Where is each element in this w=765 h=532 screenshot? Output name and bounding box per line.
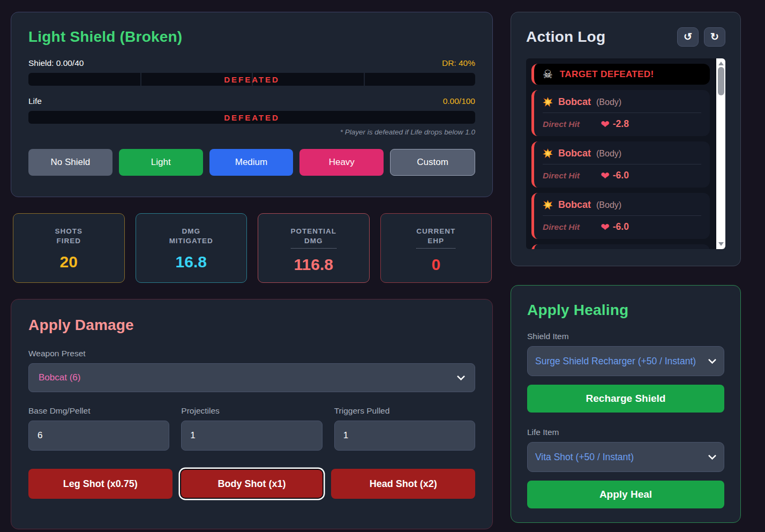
shield-item-value: Surge Shield Recharger (+50 / Instant) [535, 356, 696, 367]
life-label: Life [28, 96, 42, 106]
chevron-down-icon [457, 372, 466, 381]
life-item-select[interactable]: Vita Shot (+50 / Instant) [527, 442, 724, 472]
damage-buttons-row: Leg Shot (x0.75)Body Shot (x1)Head Shot … [28, 469, 475, 499]
action-log-scrollbar[interactable] [716, 58, 725, 249]
stat-label: CURRENTEHP [416, 227, 455, 249]
shield-preset-light-button[interactable]: Light [119, 149, 203, 176]
stat-card-shots-fired: SHOTSFIRED20 [13, 213, 125, 283]
life-bar: DEFEATED [28, 111, 475, 124]
damage-amount: -6.0 [613, 170, 629, 181]
shield-bar-status-text: DEFEATED [28, 73, 475, 86]
hit-location: (Body) [596, 149, 621, 159]
hit-location: (Body) [596, 98, 621, 107]
damage-field-label: Base Dmg/Pellet [28, 406, 169, 416]
weapon-name: Bobcat [558, 148, 591, 159]
weapon-preset-select[interactable]: Bobcat (6) [28, 363, 475, 392]
defeat-text: TARGET DEFEATED! [560, 69, 654, 80]
explosion-icon [543, 97, 553, 107]
life-item-label: Life Item [527, 428, 724, 437]
explosion-icon [543, 200, 553, 210]
log-entry-header: Bobcat(Body) [543, 199, 701, 211]
explosion-icon [543, 148, 553, 159]
scrollbar-thumb[interactable] [718, 67, 724, 95]
shield-status-panel: Light Shield (Broken) Shield: 0.00/40 DR… [11, 12, 493, 197]
life-item-value: Vita Shot (+50 / Instant) [535, 452, 634, 463]
hit-location: (Body) [596, 200, 621, 210]
shield-preset-row: No ShieldLightMediumHeavyCustom [28, 149, 475, 176]
stat-label: SHOTSFIRED [55, 227, 82, 246]
action-log-list: ☠TARGET DEFEATED!Bobcat(Body)Direct Hit❤… [526, 58, 725, 249]
log-entry-header: Bobcat(Body) [543, 148, 701, 159]
log-entry-hit: Bobcat(Body)Direct Hit❤-2.8 [531, 90, 710, 136]
weapon-name: Bobcat [558, 199, 591, 211]
damage-field-label: Triggers Pulled [334, 406, 475, 416]
head-shot-button[interactable]: Head Shot (x2) [331, 469, 475, 499]
stats-row: SHOTSFIRED20DMGMITIGATED16.8POTENTIALDMG… [13, 213, 492, 283]
stat-card-potential-dmg: POTENTIALDMG116.8 [258, 213, 370, 283]
body-shot-button[interactable]: Body Shot (x1) [180, 469, 324, 499]
apply-heal-button[interactable]: Apply Heal [527, 481, 724, 508]
stat-card-dmg-mitigated: DMGMITIGATED16.8 [136, 213, 248, 283]
stat-value: 116.8 [294, 256, 333, 274]
projectiles-input[interactable] [181, 421, 322, 451]
heart-icon: ❤ [601, 119, 610, 130]
stat-label: POTENTIALDMG [291, 227, 337, 249]
recharge-shield-button[interactable]: Recharge Shield [527, 385, 724, 413]
stat-label: DMGMITIGATED [169, 227, 213, 246]
log-entries: ☠TARGET DEFEATED!Bobcat(Body)Direct Hit❤… [531, 64, 710, 249]
shield-preset-medium-button[interactable]: Medium [209, 149, 294, 176]
stat-value: 20 [60, 253, 78, 271]
apply-healing-title: Apply Healing [527, 302, 724, 319]
stat-value: 16.8 [176, 253, 207, 271]
entry-divider [543, 215, 701, 216]
heart-icon: ❤ [601, 170, 610, 181]
log-entry-body: Direct Hit❤-6.0 [543, 170, 701, 181]
entry-divider [543, 164, 701, 164]
redo-button[interactable]: ↻ [704, 27, 725, 47]
shield-preset-no-shield-button[interactable]: No Shield [28, 149, 112, 176]
apply-damage-panel: Apply Damage Weapon Preset Bobcat (6) Ba… [11, 299, 493, 529]
shield-value-label: Shield: 0.00/40 [28, 58, 84, 68]
damage-field: Triggers Pulled [334, 406, 475, 451]
damage-amount: -6.0 [613, 221, 629, 233]
damage-field: Projectiles [181, 406, 322, 451]
apply-healing-panel: Apply Healing Shield Item Surge Shield R… [511, 285, 741, 523]
skull-icon: ☠ [543, 69, 553, 80]
life-bar-status-text: DEFEATED [28, 111, 475, 124]
shield-panel-title: Light Shield (Broken) [28, 28, 475, 46]
heart-icon: ❤ [601, 222, 610, 233]
defeat-footnote: * Player is defeated if Life drops below… [28, 128, 475, 136]
hit-type-label: Direct Hit [543, 119, 601, 129]
leg-shot-button[interactable]: Leg Shot (x0.75) [28, 469, 172, 499]
log-entry-hit: Bobcat(Body) [531, 244, 710, 249]
damage-reduction-label: DR: 40% [442, 58, 475, 68]
shield-preset-custom-button[interactable]: Custom [390, 149, 475, 176]
undo-button[interactable]: ↺ [677, 27, 699, 47]
weapon-preset-label: Weapon Preset [28, 349, 475, 358]
undo-icon: ↺ [684, 31, 692, 43]
log-entry-header: Bobcat(Body) [543, 96, 701, 108]
apply-damage-title: Apply Damage [28, 317, 475, 334]
triggers-pulled-input[interactable] [334, 421, 475, 451]
scroll-up-arrow-icon[interactable] [718, 62, 724, 65]
base-dmg-pellet-input[interactable] [28, 421, 169, 451]
redo-icon: ↻ [710, 31, 719, 43]
action-log-panel: Action Log ↺ ↻ ☠TARGET DEFEATED!Bobcat(B… [511, 12, 741, 266]
shield-preset-heavy-button[interactable]: Heavy [299, 149, 384, 176]
weapon-name: Bobcat [558, 96, 591, 108]
log-entry-hit: Bobcat(Body)Direct Hit❤-6.0 [531, 141, 710, 188]
log-entry-body: Direct Hit❤-6.0 [543, 221, 701, 233]
shield-bar: DEFEATED [28, 73, 475, 86]
scroll-down-arrow-icon[interactable] [718, 242, 724, 246]
log-entry-body: Direct Hit❤-2.8 [543, 118, 701, 130]
hit-type-label: Direct Hit [543, 222, 601, 232]
stat-card-current-ehp: CURRENTEHP0 [380, 213, 492, 283]
entry-divider [543, 113, 701, 113]
shield-item-select[interactable]: Surge Shield Recharger (+50 / Instant) [527, 346, 724, 376]
log-entry-defeat: ☠TARGET DEFEATED! [531, 64, 710, 85]
life-value-label: 0.00/100 [443, 96, 475, 106]
action-log-title: Action Log [526, 28, 605, 46]
weapon-preset-value: Bobcat (6) [39, 372, 80, 383]
damage-field: Base Dmg/Pellet [28, 406, 169, 451]
damage-fields-row: Base Dmg/PelletProjectilesTriggers Pulle… [28, 406, 475, 451]
